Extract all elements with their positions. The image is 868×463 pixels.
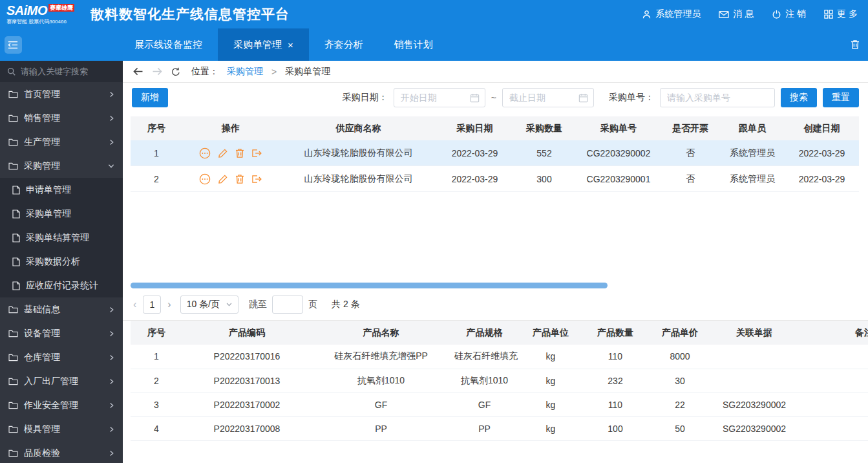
order-no-label: 采购单号： (609, 92, 654, 103)
sidebar-item-receivable-payable-stats[interactable]: 应收应付记录统计 (0, 274, 123, 297)
total-count: 共 2 条 (332, 299, 360, 310)
forward-icon[interactable] (152, 67, 163, 76)
sidebar-item-gate-mgmt[interactable]: 入厂出厂管理 (0, 369, 123, 393)
cell-operations (182, 166, 279, 192)
sidebar-menu: 首页管理 销售管理 生产管理 采购管理 申请单管理 (0, 82, 123, 463)
tab-device-monitor[interactable]: 展示线设备监控 (119, 28, 218, 61)
delete-icon[interactable] (235, 148, 244, 158)
reset-button[interactable]: 重置 (823, 88, 859, 107)
delete-icon[interactable] (235, 174, 244, 184)
page-number-button[interactable]: 1 (143, 296, 161, 314)
cell-created: 2022-03-29 (785, 140, 859, 166)
column-header: 供应商名称 (279, 116, 438, 140)
folder-icon (8, 402, 18, 409)
logout-button[interactable]: 注 销 (772, 8, 806, 20)
folder-icon (8, 138, 18, 146)
folder-icon (8, 306, 18, 314)
page-size-select[interactable]: 10 条/页 (180, 296, 238, 314)
prev-page-icon[interactable]: ‹ (132, 299, 138, 310)
sidebar-item-purchase-mgmt[interactable]: 采购管理 (0, 154, 123, 178)
refresh-icon[interactable] (171, 67, 180, 76)
sidebar-toggle-icon[interactable] (5, 36, 22, 54)
sidebar-item-purchase-settlement-mgmt[interactable]: 采购单结算管理 (0, 226, 123, 250)
messages-label: 消 息 (733, 8, 754, 20)
jump-page-input[interactable] (272, 296, 303, 314)
order-no-input[interactable] (660, 88, 775, 107)
sidebar-item-work-safety-mgmt[interactable]: 作业安全管理 (0, 393, 123, 417)
sidebar-item-mold-mgmt[interactable]: 模具管理 (0, 417, 123, 441)
breadcrumb-link-purchase-mgmt[interactable]: 采购管理 (227, 66, 263, 78)
tab-purchase-orders[interactable]: 采购单管理 × (218, 28, 309, 61)
table-row[interactable]: 4 P202203170008 PP PP kg 100 50 SG220329… (131, 416, 868, 440)
cell-price: 22 (648, 393, 712, 416)
sidebar-item-production-mgmt[interactable]: 生产管理 (0, 130, 123, 154)
page-size-value: 10 条/页 (187, 299, 220, 310)
add-button[interactable]: 新增 (132, 88, 168, 107)
back-icon[interactable] (132, 67, 143, 76)
cell-related-doc (712, 369, 796, 393)
search-button[interactable]: 搜索 (781, 88, 817, 107)
logout-icon (772, 10, 781, 19)
sidebar-item-equipment-mgmt[interactable]: 设备管理 (0, 321, 123, 345)
user-icon (642, 10, 651, 19)
table-row[interactable]: 2 P202203170013 抗氧剂1010 抗氧剂1010 kg 232 3… (131, 369, 868, 393)
end-date-input[interactable] (502, 88, 594, 107)
chevron-right-icon (109, 378, 114, 385)
order-no-field (660, 88, 775, 107)
scrollbar-thumb[interactable] (131, 283, 608, 288)
cell-purchase-date: 2022-03-29 (438, 166, 512, 192)
sidebar-item-label: 首页管理 (24, 89, 60, 100)
cell-supplier: 山东玲珑轮胎股份有限公司 (279, 140, 438, 166)
horizontal-scrollbar (131, 283, 868, 288)
close-tab-icon[interactable]: × (288, 40, 293, 50)
next-page-icon[interactable]: › (166, 299, 172, 310)
sidebar-item-warehouse-mgmt[interactable]: 仓库管理 (0, 345, 123, 369)
messages-button[interactable]: 消 息 (719, 8, 754, 20)
sidebar-item-purchase-order-mgmt[interactable]: 采购单管理 (0, 202, 123, 226)
main-content: 位置： 采购管理 > 采购单管理 新增 采购日期： ~ 采购单号： (123, 61, 868, 463)
chevron-right-icon (109, 402, 114, 409)
cell-created: 2022-03-29 (785, 166, 859, 192)
user-menu[interactable]: 系统管理员 (642, 8, 701, 20)
column-header: 采购单号 (577, 116, 661, 140)
column-header: 创建日期 (785, 116, 859, 140)
cell-remark (796, 393, 868, 416)
clear-tabs-icon[interactable] (851, 28, 868, 61)
folder-icon (8, 378, 18, 385)
more-button[interactable]: 更 多 (824, 8, 858, 20)
start-date-input[interactable] (394, 88, 485, 107)
table-row[interactable]: 1 山东玲珑轮胎股份有限公司 2022-03-29 552 (131, 140, 859, 166)
date-range-separator: ~ (491, 92, 496, 103)
sidebar-item-sales-mgmt[interactable]: 销售管理 (0, 106, 123, 130)
sidebar-item-home-mgmt[interactable]: 首页管理 (0, 82, 123, 106)
cell-spec: 硅灰石纤维填充... (450, 345, 518, 369)
document-icon (12, 210, 20, 219)
breadcrumb-current: 采购单管理 (285, 66, 330, 78)
document-icon (12, 233, 20, 242)
sidebar-item-request-order-mgmt[interactable]: 申请单管理 (0, 178, 123, 202)
sidebar-item-label: 模具管理 (24, 424, 60, 435)
cell-invoiced: 否 (661, 140, 720, 166)
tab-sales-plan[interactable]: 销售计划 (379, 28, 449, 61)
table-row[interactable]: 3 P202203170002 GF GF kg 110 22 SG220329… (131, 393, 868, 416)
sidebar-item-quality-inspection[interactable]: 品质检验 (0, 441, 123, 463)
chevron-right-icon (109, 139, 114, 145)
sidebar-item-purchase-data-analysis[interactable]: 采购数据分析 (0, 250, 123, 274)
chevron-right-icon (109, 426, 114, 433)
products-header-row: 序号 产品编码 产品名称 产品规格 产品单位 产品数量 产品单价 关联单据 备注 (131, 321, 868, 345)
export-icon[interactable] (251, 148, 262, 158)
edit-icon[interactable] (218, 148, 228, 158)
tab-kitting-analysis[interactable]: 齐套分析 (309, 28, 379, 61)
export-icon[interactable] (251, 174, 262, 184)
table-row[interactable]: 2 山东玲珑轮胎股份有限公司 2022-03-29 300 (131, 166, 859, 192)
cell-related-doc (712, 345, 796, 369)
more-icon[interactable] (199, 147, 211, 159)
table-row[interactable]: 1 P202203170016 硅灰石纤维填充增强PP 硅灰石纤维填充... k… (131, 345, 868, 369)
edit-icon[interactable] (218, 174, 228, 184)
sidebar-search-input[interactable] (21, 67, 116, 76)
cell-unit: kg (518, 393, 583, 416)
tab-label: 齐套分析 (324, 39, 363, 51)
more-icon[interactable] (199, 173, 211, 185)
sidebar-item-basic-info[interactable]: 基础信息 (0, 297, 123, 321)
jump-to-label: 跳至 (249, 299, 267, 310)
